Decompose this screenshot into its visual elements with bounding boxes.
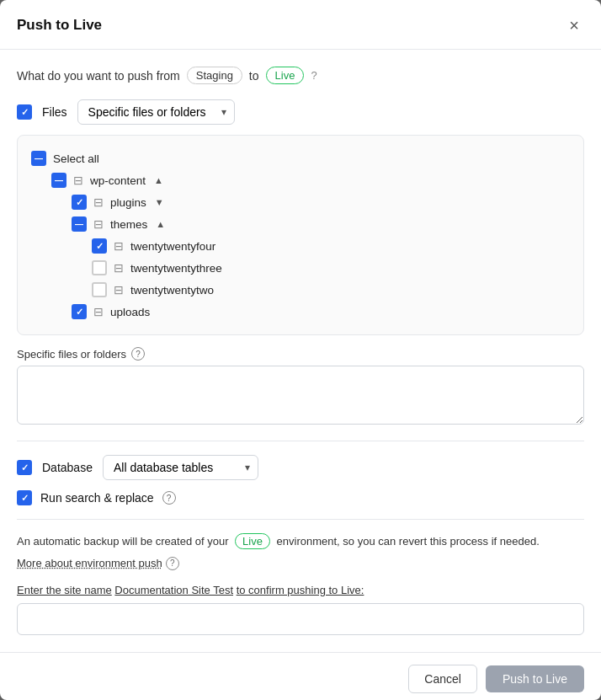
specific-files-textarea[interactable]	[17, 366, 584, 425]
wp-content-caret[interactable]: ▲	[154, 175, 163, 185]
tree-item-uploads[interactable]: ⊟ uploads	[31, 301, 570, 323]
modal-footer: Cancel Push to Live	[0, 652, 601, 701]
select-all-row[interactable]: Select all	[31, 147, 570, 169]
more-about-label[interactable]: More about environment push	[17, 557, 162, 569]
database-dropdown[interactable]: All database tablesSpecific tables	[103, 455, 258, 480]
twentytwentythree-checkbox[interactable]	[92, 260, 107, 275]
backup-text-after: environment, so you can revert this proc…	[277, 535, 540, 548]
run-search-replace-info-icon[interactable]: ?	[162, 491, 176, 505]
database-checkbox[interactable]	[17, 460, 32, 475]
close-button[interactable]: ×	[564, 15, 584, 35]
help-icon[interactable]: ?	[311, 69, 316, 82]
tree-item-twentytwentytwo[interactable]: ⊟ twentytwentytwo	[31, 279, 570, 301]
to-label: to	[249, 69, 259, 83]
files-label: Files	[42, 105, 67, 119]
twentytwentythree-folder-icon: ⊟	[114, 261, 124, 275]
specific-files-info-icon[interactable]: ?	[131, 347, 145, 361]
select-all-checkbox[interactable]	[31, 151, 46, 166]
divider-1	[17, 441, 584, 441]
run-search-replace-label: Run search & replace	[40, 491, 154, 505]
tree-item-wp-content[interactable]: ⊟ wp-content ▲	[31, 169, 570, 191]
files-checkbox[interactable]	[17, 104, 32, 120]
twentytwentyfour-label: twentytwentyfour	[130, 240, 215, 253]
files-section-row: Files Specific files or foldersAll files…	[17, 99, 584, 125]
modal-body: What do you want to push from Staging to…	[0, 50, 601, 652]
more-about-info-icon[interactable]: ?	[166, 557, 179, 570]
plugins-folder-icon: ⊟	[93, 195, 104, 209]
themes-caret[interactable]: ▲	[156, 219, 165, 229]
tree-item-themes[interactable]: ⊟ themes ▲	[31, 213, 570, 235]
database-label: Database	[42, 461, 93, 474]
uploads-label: uploads	[110, 306, 150, 318]
database-dropdown-wrapper: All database tablesSpecific tables ▾	[103, 455, 258, 480]
twentytwentythree-label: twentytwentythree	[130, 262, 222, 275]
divider-2	[17, 519, 584, 520]
plugins-label: plugins	[110, 196, 146, 209]
twentytwentyfour-checkbox[interactable]	[92, 238, 107, 254]
push-from-label: What do you want to push from	[17, 69, 180, 83]
cancel-button[interactable]: Cancel	[408, 665, 477, 693]
uploads-folder-icon: ⊟	[93, 305, 104, 318]
twentytwentytwo-label: twentytwentytwo	[130, 284, 214, 297]
files-dropdown[interactable]: Specific files or foldersAll files	[77, 99, 235, 125]
backup-text-before: An automatic backup will be created of y…	[17, 535, 228, 548]
confirm-label-before: Enter the site name	[17, 584, 112, 596]
files-dropdown-wrapper: Specific files or foldersAll files ▾	[77, 99, 235, 125]
modal-overlay: Push to Live × What do you want to push …	[0, 0, 601, 700]
plugins-caret[interactable]: ▼	[155, 197, 164, 207]
modal-header: Push to Live ×	[0, 0, 601, 50]
confirm-input[interactable]	[17, 603, 584, 635]
push-to-live-button[interactable]: Push to Live	[486, 665, 584, 692]
run-search-replace-row: Run search & replace ?	[17, 490, 584, 505]
backup-live-badge: Live	[235, 533, 270, 549]
wp-content-label: wp-content	[90, 174, 146, 187]
twentytwentytwo-folder-icon: ⊟	[114, 283, 124, 297]
select-all-label: Select all	[53, 152, 99, 165]
tree-item-twentytwentyfour[interactable]: ⊟ twentytwentyfour	[31, 235, 570, 257]
plugins-checkbox[interactable]	[72, 195, 87, 210]
wp-content-folder-icon: ⊟	[73, 174, 83, 187]
backup-notice: An automatic backup will be created of y…	[17, 533, 584, 550]
tree-item-plugins[interactable]: ⊟ plugins ▼	[31, 191, 570, 213]
modal: Push to Live × What do you want to push …	[0, 0, 601, 700]
themes-label: themes	[110, 218, 147, 231]
tree-item-twentytwentythree[interactable]: ⊟ twentytwentythree	[31, 257, 570, 279]
twentytwentytwo-checkbox[interactable]	[92, 282, 107, 297]
confirm-label: Enter the site name Documentation Site T…	[17, 584, 584, 596]
wp-content-checkbox[interactable]	[51, 173, 66, 188]
themes-folder-icon: ⊟	[93, 217, 104, 231]
themes-checkbox[interactable]	[72, 216, 87, 232]
confirm-label-after: to confirm pushing to Live:	[237, 584, 364, 596]
file-tree-box: Select all ⊟ wp-content ▲ ⊟ plugins ▼	[17, 135, 584, 335]
modal-title: Push to Live	[17, 17, 102, 34]
uploads-checkbox[interactable]	[72, 304, 87, 319]
more-about-link-row: More about environment push ?	[17, 557, 584, 570]
staging-badge: Staging	[187, 67, 242, 84]
twentytwentyfour-folder-icon: ⊟	[114, 239, 124, 253]
specific-files-label: Specific files or folders	[17, 348, 126, 361]
live-badge: Live	[266, 67, 305, 84]
confirm-site-name: Documentation Site Test	[114, 584, 233, 596]
database-section-row: Database All database tablesSpecific tab…	[17, 455, 584, 480]
run-search-replace-checkbox[interactable]	[17, 490, 32, 505]
specific-files-label-row: Specific files or folders ?	[17, 347, 584, 361]
push-from-row: What do you want to push from Staging to…	[17, 67, 584, 84]
